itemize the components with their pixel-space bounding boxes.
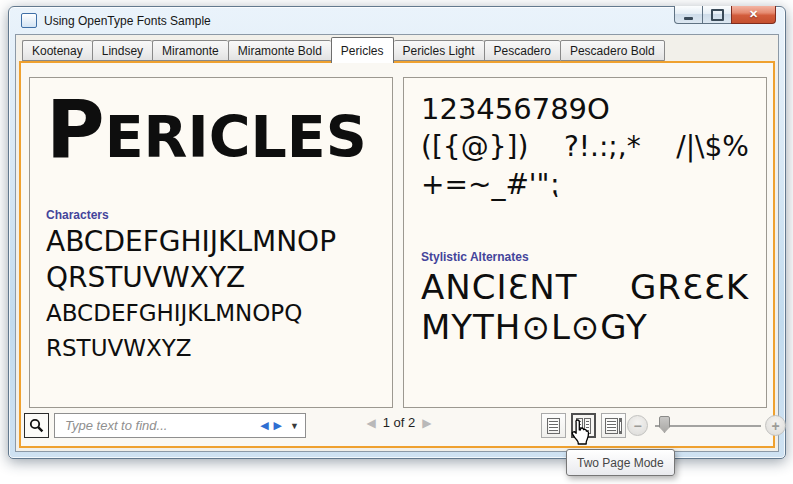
app-window: Using OpenType Fonts Sample ✕ Kootenay L… xyxy=(8,6,786,459)
next-page-button[interactable]: ▶ xyxy=(422,416,431,430)
symbols-group-slashes: /|\$% xyxy=(676,128,749,166)
alternates-sample-line2: MYTH⊙L⊙GY xyxy=(421,307,749,347)
window-title: Using OpenType Fonts Sample xyxy=(44,14,211,28)
close-button[interactable]: ✕ xyxy=(731,6,776,24)
single-page-mode-button[interactable] xyxy=(541,413,566,438)
close-icon: ✕ xyxy=(749,9,758,20)
tab-miramonte-bold[interactable]: Miramonte Bold xyxy=(228,40,331,61)
reader-toolbar: ◀ ▶ ▼ ◀ 1 of 2 ▶ xyxy=(21,413,773,439)
window-controls: ✕ xyxy=(674,6,776,24)
pericles-tab-panel: PERICLES Characters ABCDEFGHIJKLMNOP QRS… xyxy=(19,61,775,448)
search-icon xyxy=(29,418,44,433)
scroll-mode-icon xyxy=(605,418,622,434)
find-input[interactable] xyxy=(63,417,255,434)
symbols-group-brackets: ([{@}]) xyxy=(421,128,528,166)
find-previous-icon[interactable]: ◀ xyxy=(260,419,268,432)
symbols-sample-line1: ([{@}]) ?!.:;,* /|\$% xyxy=(421,128,749,166)
font-title: PERICLES xyxy=(46,90,376,194)
tooltip-two-page-mode: Two Page Mode xyxy=(566,449,675,476)
find-options-dropdown-icon[interactable]: ▼ xyxy=(290,421,299,431)
minus-icon: − xyxy=(633,419,641,433)
page-indicator: 1 of 2 xyxy=(383,415,416,430)
document-page-right: 123456789O ([{@}]) ?!.:;,* /|\$% +=~_#'"… xyxy=(403,77,767,408)
tab-lindsey[interactable]: Lindsey xyxy=(92,40,152,61)
symbols-sample-line2: +=~_#'"⁏ xyxy=(421,166,749,204)
tab-pericles-light[interactable]: Pericles Light xyxy=(394,40,484,61)
alternates-sample-line1: ANCIƐNT GRƐƐK xyxy=(421,267,749,307)
tab-kootenay[interactable]: Kootenay xyxy=(22,40,92,61)
tab-miramonte[interactable]: Miramonte xyxy=(152,40,228,61)
characters-heading: Characters xyxy=(46,208,376,222)
alternates-word-greek: GRƐƐK xyxy=(630,267,749,307)
maximize-icon xyxy=(711,9,724,21)
document-page-left: PERICLES Characters ABCDEFGHIJKLMNOP QRS… xyxy=(29,77,393,408)
plus-icon: + xyxy=(771,419,779,433)
window-icon xyxy=(21,13,37,28)
zoom-out-button[interactable]: − xyxy=(627,415,648,436)
minimize-icon xyxy=(684,17,693,20)
tab-pescadero-bold[interactable]: Pescadero Bold xyxy=(560,40,665,61)
find-box: ◀ ▶ ▼ xyxy=(54,413,306,438)
tab-pescadero[interactable]: Pescadero xyxy=(484,40,560,61)
tab-pericles[interactable]: Pericles xyxy=(331,37,394,63)
page-navigation: ◀ 1 of 2 ▶ xyxy=(351,415,447,430)
scroll-mode-button[interactable] xyxy=(601,413,626,438)
screen: Using OpenType Fonts Sample ✕ Kootenay L… xyxy=(0,0,793,484)
single-page-icon xyxy=(547,418,560,434)
zoom-slider-track[interactable] xyxy=(655,425,761,427)
hand-cursor-icon xyxy=(568,418,592,446)
lowercase-sample-line2: RSTUVWXYZ xyxy=(46,331,376,366)
stylistic-alternates-heading: Stylistic Alternates xyxy=(421,250,749,264)
find-button[interactable] xyxy=(24,413,49,438)
previous-page-button[interactable]: ◀ xyxy=(367,416,376,430)
symbols-group-punct: ?!.:;,* xyxy=(564,128,641,166)
numbers-sample: 123456789O xyxy=(421,90,749,128)
maximize-button[interactable] xyxy=(703,6,731,24)
find-next-icon[interactable]: ▶ xyxy=(274,419,282,432)
client-area: Kootenay Lindsey Miramonte Miramonte Bol… xyxy=(15,34,779,452)
font-tab-strip: Kootenay Lindsey Miramonte Miramonte Bol… xyxy=(19,37,775,61)
uppercase-sample-line2: QRSTUVWXYZ xyxy=(46,260,376,296)
zoom-in-button[interactable]: + xyxy=(765,415,786,436)
title-bar[interactable]: Using OpenType Fonts Sample ✕ xyxy=(9,7,785,34)
uppercase-sample-line1: ABCDEFGHIJKLMNOP xyxy=(46,224,376,260)
zoom-slider-thumb[interactable] xyxy=(659,416,670,433)
lowercase-sample-line1: ABCDEFGHIJKLMNOPQ xyxy=(46,296,376,331)
minimize-button[interactable] xyxy=(674,6,703,24)
alternates-word-ancient: ANCIƐNT xyxy=(421,267,578,307)
